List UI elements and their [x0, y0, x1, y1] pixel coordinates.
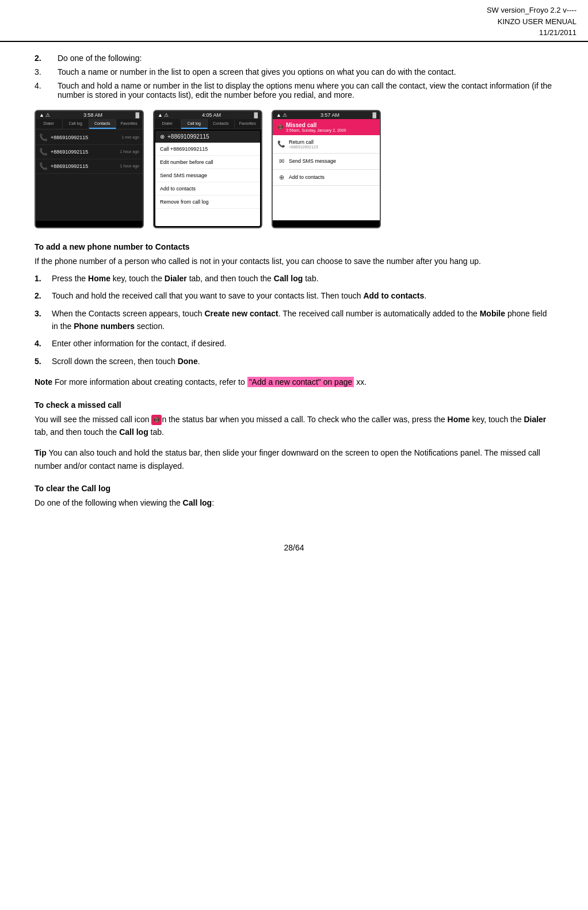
item4-num: 4. — [35, 81, 58, 100]
tab-contacts-2[interactable]: Contacts — [208, 119, 235, 129]
status-time-1: 3:58 AM — [83, 112, 102, 118]
status-time-3: 3:57 AM — [320, 112, 339, 118]
screenshots-row: ▲ ⚠ 3:58 AM ▓ Dialer Call log Contacts F… — [35, 110, 553, 228]
header-line2: KINZO USER MENUAL — [12, 16, 576, 28]
page-footer: 28/64 — [0, 532, 588, 558]
status-icons-2: ▲ ⚠ — [158, 112, 169, 118]
tab-contacts-1[interactable]: Contacts — [89, 119, 116, 129]
call-icon-2: 📞 — [39, 148, 48, 156]
call-number-2: +886910992115 — [51, 149, 120, 155]
send-sms-icon: ✉ — [277, 158, 285, 165]
step-4: 4. Enter other information for the conta… — [35, 337, 553, 350]
main-content: 2. Do one of the following: 3. Touch a n… — [0, 42, 588, 532]
page-number: 28/64 — [284, 543, 304, 552]
call-number-1: +886910992115 — [51, 135, 121, 140]
send-sms-label: Send SMS message — [289, 158, 336, 164]
tab-dialer-2[interactable]: Dialer — [154, 119, 181, 129]
step4-num: 4. — [35, 337, 52, 350]
item3-num: 3. — [35, 67, 58, 77]
tab-calllog-1[interactable]: Call log — [63, 119, 90, 129]
context-menu: ⊗ +886910992115 Call +886910992115 Edit … — [155, 131, 260, 226]
call-time-1: 1 min ago — [121, 135, 139, 139]
add-number-section-title: To add a new phone number to Contacts — [35, 242, 553, 251]
list-item-2: 2. Do one of the following: — [35, 53, 553, 63]
tab-favorites-1[interactable]: Favorites — [116, 119, 143, 129]
status-bar-2: ▲ ⚠ 4:05 AM ▓ — [154, 111, 261, 119]
send-sms-option[interactable]: ✉ Send SMS message — [273, 154, 380, 170]
popup-stop-icon: ⊗ — [160, 133, 165, 140]
step-2: 2. Touch and hold the received call that… — [35, 289, 553, 302]
status-icons-1: ▲ ⚠ — [39, 112, 50, 118]
step5-num: 5. — [35, 355, 52, 368]
missed-call-phone-icon: 📵 — [277, 124, 284, 130]
call-number-3: +886910992115 — [51, 163, 120, 169]
tab-favorites-2[interactable]: Favorites — [235, 119, 262, 129]
step1-num: 1. — [35, 272, 52, 285]
step2-text: Touch and hold the received call that yo… — [52, 289, 553, 302]
call-time-2: 1 hour ago — [120, 150, 139, 154]
step5-text: Scroll down the screen, then touch Done. — [52, 355, 553, 368]
step4-text: Enter other information for the contact,… — [52, 337, 553, 350]
call-list-1: 📞 +886910992115 1 min ago 📞 +88691099211… — [36, 129, 143, 221]
status-icons-3: ▲ ⚠ — [276, 112, 287, 118]
step-1: 1. Press the Home key, touch the Dialer … — [35, 272, 553, 285]
note-label: Note — [35, 377, 52, 387]
item4-text: Touch and hold a name or number in the l… — [58, 81, 553, 100]
step-5: 5. Scroll down the screen, then touch Do… — [35, 355, 553, 368]
list-item-4: 4. Touch and hold a name or number in th… — [35, 81, 553, 100]
phone-screen-2: ▲ ⚠ 4:05 AM ▓ Dialer Call log Contacts F… — [153, 110, 262, 228]
tab-calllog-2[interactable]: Call log — [181, 119, 208, 129]
missed-call-screen: 📵 Missed call 3:56am, Sunday, January 2,… — [273, 119, 380, 220]
check-missed-text: You will see the missed call icon 📵n the… — [35, 413, 553, 439]
menu-item-edit[interactable]: Edit number before call — [155, 156, 260, 169]
return-call-icon: 📞 — [277, 140, 285, 148]
missed-call-status-icon: 📵 — [151, 415, 162, 425]
add-number-steps: 1. Press the Home key, touch the Dialer … — [35, 272, 553, 368]
menu-item-call[interactable]: Call +886910992115 — [155, 143, 260, 156]
item2-text: Do one of the following: — [58, 53, 553, 63]
note-paragraph: Note For more information about creating… — [35, 376, 553, 388]
phone-screen-1: ▲ ⚠ 3:58 AM ▓ Dialer Call log Contacts F… — [35, 110, 144, 228]
tab-bar-1: Dialer Call log Contacts Favorites — [36, 119, 143, 129]
step3-num: 3. — [35, 307, 52, 333]
return-call-option[interactable]: 📞 Return call +886910992115 — [273, 135, 380, 154]
status-time-2: 4:05 AM — [202, 112, 221, 118]
call-icon-1: 📞 — [39, 133, 48, 142]
status-bar-1: ▲ ⚠ 3:58 AM ▓ — [36, 111, 143, 119]
call-item-2[interactable]: 📞 +886910992115 1 hour ago — [36, 145, 143, 159]
item2-num: 2. — [35, 53, 58, 63]
clear-calllog-text: Do one of the following when viewing the… — [35, 496, 553, 509]
check-missed-section-title: To check a missed call — [35, 400, 553, 410]
call-item-1[interactable]: 📞 +886910992115 1 min ago — [36, 131, 143, 145]
call-icon-3: 📞 — [39, 162, 48, 170]
step1-text: Press the Home key, touch the Dialer tab… — [52, 272, 553, 285]
clear-calllog-section-title: To clear the Call log — [35, 484, 553, 493]
missed-call-subtitle: 3:56am, Sunday, January 2, 2000 — [286, 128, 346, 132]
step3-text: When the Contacts screen appears, touch … — [52, 307, 553, 333]
add-number-intro: If the phone number of a person who call… — [35, 255, 553, 267]
call-item-3[interactable]: 📞 +886910992115 1 hour ago — [36, 159, 143, 174]
step2-num: 2. — [35, 289, 52, 302]
missed-call-title: Missed call — [286, 122, 346, 128]
menu-item-add[interactable]: Add to contacts — [155, 182, 260, 196]
tab-bar-2: Dialer Call log Contacts Favorites — [154, 119, 261, 129]
tip-label: Tip — [35, 448, 47, 457]
status-battery-1: ▓ — [135, 112, 139, 118]
tab-dialer-1[interactable]: Dialer — [36, 119, 63, 129]
step-3: 3. When the Contacts screen appears, tou… — [35, 307, 553, 333]
header-line1: SW version_Froyo 2.2 v---- — [12, 5, 576, 16]
add-contacts-option[interactable]: ⊕ Add to contacts — [273, 170, 380, 186]
add-contacts-icon: ⊕ — [277, 174, 285, 181]
note-highlight: "Add a new contact" on page — [247, 377, 354, 387]
add-contacts-label: Add to contacts — [289, 174, 324, 180]
return-call-label: Return call — [289, 139, 318, 145]
return-call-number: +886910992115 — [289, 145, 318, 149]
popup-number: +886910992115 — [167, 133, 209, 140]
menu-item-sms[interactable]: Send SMS message — [155, 169, 260, 182]
header-line3: 11/21/2011 — [12, 27, 576, 39]
menu-item-remove[interactable]: Remove from call log — [155, 196, 260, 209]
call-time-3: 1 hour ago — [120, 164, 139, 168]
phone-screen-3: ▲ ⚠ 3:57 AM ▓ 📵 Missed call 3:56am, Sund… — [272, 110, 381, 228]
status-battery-2: ▓ — [254, 112, 258, 118]
status-battery-3: ▓ — [372, 112, 376, 118]
